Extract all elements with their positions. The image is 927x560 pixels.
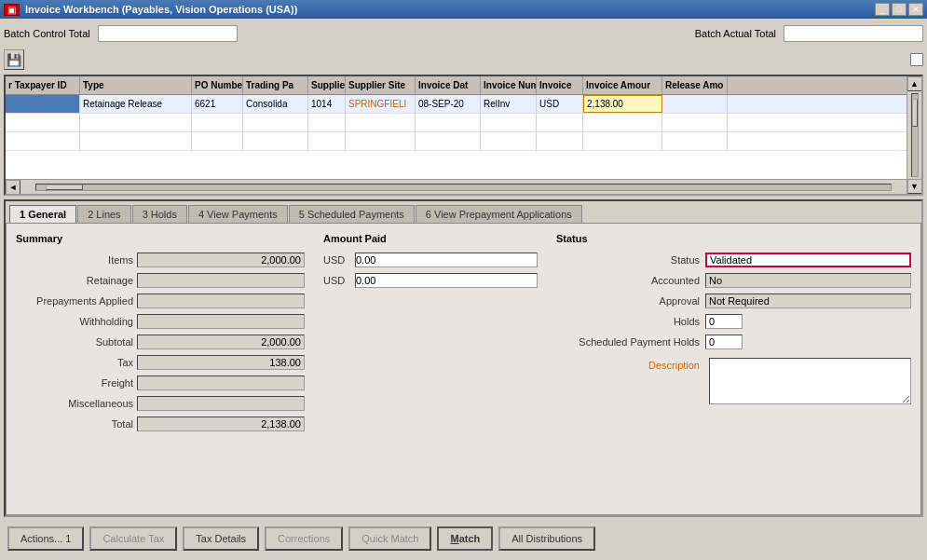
match-button[interactable]: Match (437, 526, 493, 551)
input-tax[interactable] (137, 355, 305, 370)
summary-title: Summary (16, 233, 305, 244)
summary-row-tax: Tax (16, 354, 305, 371)
status-row-status: Status (556, 252, 911, 268)
status-input-sched-holds[interactable] (705, 335, 743, 349)
cell-invoice: USD (537, 95, 583, 113)
save-icon[interactable]: 💾 (4, 49, 24, 70)
cell-supnum: 1014 (308, 95, 346, 113)
grid-body: Retainage Release 6621 Consolida 1014 SP… (6, 95, 921, 179)
batch-actual-input[interactable] (784, 25, 923, 42)
tab-content-general: Summary Items Retainage Prepayments Appl… (6, 223, 921, 515)
app-icon: ▣ (4, 4, 20, 16)
status-title: Status (556, 233, 911, 244)
description-label: Description (556, 358, 705, 371)
label-sched-holds: Scheduled Payment Holds (556, 336, 705, 348)
label-accounted: Accounted (556, 275, 705, 286)
label-tax: Tax (16, 357, 137, 368)
col-invdate-header: Invoice Dat (416, 76, 481, 94)
label-items: Items (16, 254, 137, 266)
input-withholding[interactable] (137, 314, 305, 329)
tab-lines[interactable]: 2 Lines (77, 205, 130, 223)
input-prepayments[interactable] (137, 294, 305, 308)
grid-header: r Taxpayer ID Type PO Numbe Trading Pa S… (6, 76, 921, 95)
v-scroll-track[interactable] (911, 93, 919, 177)
corrections-button[interactable]: Corrections (265, 526, 343, 551)
label-total: Total (16, 418, 137, 430)
table-row[interactable]: Retainage Release 6621 Consolida 1014 SP… (6, 95, 921, 114)
batch-actual-label: Batch Actual Total (695, 28, 776, 39)
label-withholding: Withholding (16, 316, 137, 327)
scroll-left-arrow[interactable]: ◄ (6, 180, 20, 195)
batch-control-bar: Batch Control Total Batch Actual Total (4, 22, 923, 45)
amount-row-2: USD (323, 272, 538, 289)
tab-scheduled-payments[interactable]: 5 Scheduled Payments (289, 205, 415, 223)
scroll-down-arrow[interactable]: ▼ (907, 179, 922, 194)
status-input-holds[interactable] (705, 314, 743, 329)
quick-match-button[interactable]: Quick Match (348, 526, 431, 551)
tabs-panel: 1 General 2 Lines 3 Holds 4 View Payment… (4, 199, 923, 517)
amount-paid-section: Amount Paid USD USD (323, 233, 538, 505)
status-input-status[interactable] (705, 253, 911, 267)
label-holds: Holds (556, 316, 705, 327)
summary-row-retainage: Retainage (16, 272, 305, 289)
tab-general[interactable]: 1 General (9, 205, 76, 223)
cell-invnum: RelInv (481, 95, 537, 113)
table-row (6, 114, 921, 132)
calculate-tax-button[interactable]: Calculate Tax (89, 526, 177, 551)
col-invoice-header: Invoice (537, 76, 583, 94)
label-approval: Approval (556, 295, 705, 307)
table-row (6, 132, 921, 151)
minimize-button[interactable]: _ (875, 3, 890, 16)
status-section: Status Status Accounted Approval Holds (556, 233, 911, 505)
input-freight[interactable] (137, 376, 305, 390)
h-scroll-track[interactable] (35, 184, 892, 191)
label-subtotal: Subtotal (16, 336, 137, 348)
horizontal-scrollbar[interactable]: ◄ ► (6, 179, 921, 194)
status-row-holds: Holds (556, 313, 911, 330)
tab-prepayment[interactable]: 6 View Prepayment Applications (416, 205, 582, 223)
amount-row-1: USD (323, 252, 538, 268)
tab-holds[interactable]: 3 Holds (132, 205, 187, 223)
tab-view-payments[interactable]: 4 View Payments (188, 205, 288, 223)
col-supsite-header: Supplier Site (346, 76, 416, 94)
v-scroll-thumb[interactable] (912, 99, 918, 127)
col-invamount-header: Invoice Amour (583, 76, 662, 94)
cell-trading: Consolida (243, 95, 308, 113)
tax-details-button[interactable]: Tax Details (183, 526, 259, 551)
input-total[interactable] (137, 417, 305, 431)
input-subtotal[interactable] (137, 335, 305, 349)
input-retainage[interactable] (137, 273, 305, 288)
description-textarea[interactable] (709, 358, 911, 404)
summary-row-withholding: Withholding (16, 313, 305, 330)
col-trading-header: Trading Pa (243, 76, 308, 94)
status-row-sched-holds: Scheduled Payment Holds (556, 334, 911, 350)
col-type-header: Type (80, 76, 192, 94)
actions-button[interactable]: Actions... 1 (7, 526, 84, 551)
close-button[interactable]: ✕ (908, 3, 923, 16)
status-input-approval[interactable] (705, 294, 911, 308)
batch-control-input[interactable] (98, 25, 238, 42)
cell-po: 6621 (192, 95, 243, 113)
scroll-up-arrow[interactable]: ▲ (907, 76, 922, 91)
checkbox[interactable] (910, 53, 923, 66)
status-input-accounted[interactable] (705, 273, 911, 288)
tabs-row: 1 General 2 Lines 3 Holds 4 View Payment… (6, 201, 921, 223)
toolbar: 💾 (4, 48, 923, 71)
batch-control-label: Batch Control Total (4, 28, 90, 39)
amount-input-2[interactable] (355, 273, 538, 288)
amount-input-1[interactable] (355, 253, 538, 267)
cell-supsite: SPRINGFIELI (346, 95, 416, 113)
vertical-scrollbar[interactable]: ▲ ▼ (907, 76, 921, 194)
input-miscellaneous[interactable] (137, 396, 305, 411)
col-relamo-header: Release Amo (662, 76, 728, 94)
maximize-button[interactable]: □ (892, 3, 907, 16)
cell-taxpayer (6, 95, 80, 113)
currency-label-2: USD (323, 275, 351, 286)
input-items[interactable] (137, 253, 305, 267)
label-freight: Freight (16, 377, 137, 389)
cell-relamo (662, 95, 728, 113)
all-distributions-button[interactable]: All Distributions (498, 526, 595, 551)
amount-paid-title: Amount Paid (323, 233, 538, 244)
h-scroll-thumb[interactable] (46, 184, 83, 190)
cell-invdate: 08-SEP-20 (416, 95, 481, 113)
